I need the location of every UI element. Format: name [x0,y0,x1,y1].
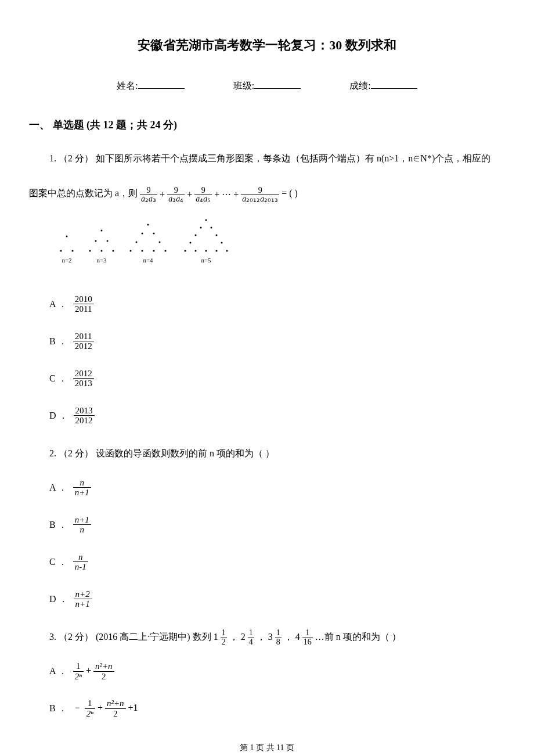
svg-text:n=3: n=3 [96,257,107,264]
svg-point-28 [185,250,186,251]
question-2: 2. （2 分） 设函数的导函数则数列的前 n 项的和为（ ） [29,443,505,463]
svg-point-16 [130,250,132,251]
q3-num: 3. [49,632,56,642]
q2-option-a: A ． nn+1 [29,478,505,498]
svg-point-13 [153,232,155,234]
q1-option-b: B ． 20112012 [29,332,505,351]
class-label: 班级: [233,78,254,93]
q1-points: （2 分） [59,153,93,163]
option-label: A ． [49,483,67,492]
svg-point-24 [195,234,197,236]
q2-num: 2. [49,448,56,458]
q1-text-a: 如下图所示将若干个点摆成三角形图案，每条边（包括两个端点）有 n(n>1，n∈N… [96,153,490,163]
q3b-suffix: +1 [128,703,138,712]
q3-c1: ， 2 [229,632,248,642]
svg-point-32 [226,250,228,251]
option-label: A ． [49,667,67,676]
svg-point-23 [211,226,212,228]
svg-point-6 [107,240,109,242]
svg-point-11 [147,224,149,225]
q3-c2: ， 3 [257,632,275,642]
svg-point-7 [89,250,91,251]
svg-text:n=4: n=4 [143,257,153,264]
option-label: D ． [49,411,68,420]
q1-option-a: A ． 20102011 [29,294,505,314]
q1-option-c: C ． 20122013 [29,369,505,388]
svg-point-8 [101,250,103,251]
q3b-prefix: ﹣ [73,703,85,712]
option-label: D ． [49,595,68,604]
svg-point-1 [60,250,62,251]
q2-option-d: D ． n+2n+1 [29,589,505,609]
option-label: C ． [49,374,67,383]
svg-point-15 [159,241,161,243]
svg-point-25 [216,234,218,236]
q2-option-b: B ． n+1n [29,515,505,535]
question-1: 1. （2 分） 如下图所示将若干个点摆成三角形图案，每条边（包括两个端点）有 … [29,148,505,168]
q3-text-a: 数列 1 [193,632,218,642]
q1-text-b: 图案中总的点数记为 a，则 [29,188,138,198]
svg-point-30 [205,250,207,251]
svg-point-29 [195,250,197,251]
q3-source: (2016 高二上·宁远期中) [96,632,190,642]
score-label: 成绩: [349,78,370,93]
option-label: C ． [49,557,67,567]
svg-point-2 [72,250,74,251]
class-blank [254,80,301,89]
plus: + [98,703,105,712]
option-label: B ． [49,520,67,530]
question-3: 3. （2 分） (2016 高二上·宁远期中) 数列 1 12 ， 2 14 … [29,627,505,647]
q1-eq-tail: = ( ) [282,188,298,198]
q3-option-a: A ． 12ⁿ + n²+n2 [29,661,505,681]
q3-c3: ， 4 [284,632,302,642]
q2-text: 设函数的导函数则数列的前 n 项的和为（ ） [96,448,275,458]
page-footer: 第 1 页 共 11 页 [29,741,505,754]
svg-point-9 [113,250,114,251]
option-label: A ． [49,300,67,309]
option-label: B ． [49,337,67,346]
q3-tail: …前 n 项的和为（ ） [315,632,401,642]
name-blank [138,80,185,89]
question-1-cont: 图案中总的点数记为 a，则 9a₂a₃ + 9a₃a₄ + 9a₄a₅ + ⋯ … [29,183,505,204]
option-label: B ． [49,704,67,713]
section-1-header: 一、 单选题 (共 12 题；共 24 分) [29,117,505,134]
svg-point-22 [200,226,202,228]
info-row: 姓名: 班级: 成绩: [29,78,505,93]
triangle-diagram: n=2 n=3 n=4 n=5 [29,219,505,277]
svg-point-5 [95,240,97,242]
svg-point-14 [136,241,138,243]
svg-point-21 [205,219,207,221]
q3-points: （2 分） [59,632,93,642]
svg-point-18 [153,250,155,251]
q1-equation: 9a₂a₃ + 9a₃a₄ + 9a₄a₅ + ⋯ + 9a₂₀₁₂a₂₀₁₃ [140,189,282,199]
svg-point-17 [142,250,143,251]
name-label: 姓名: [117,78,138,93]
plus: + [86,665,93,675]
q2-points: （2 分） [59,448,93,458]
svg-text:n=2: n=2 [62,257,71,264]
q1-option-d: D ． 20132012 [29,406,505,426]
q1-num: 1. [49,153,56,163]
svg-point-0 [66,235,68,237]
score-blank [371,80,417,89]
svg-point-12 [142,232,143,234]
svg-point-26 [190,242,192,243]
svg-point-31 [216,250,218,251]
svg-point-19 [165,250,167,251]
page-title: 安徽省芜湖市高考数学一轮复习：30 数列求和 [29,35,505,55]
svg-point-4 [101,229,103,231]
svg-point-27 [221,242,223,243]
svg-text:n=5: n=5 [201,257,211,264]
q2-option-c: C ． nn-1 [29,552,505,572]
q3-option-b: B ． ﹣ 12ⁿ + n²+n2 +1 [29,699,505,718]
